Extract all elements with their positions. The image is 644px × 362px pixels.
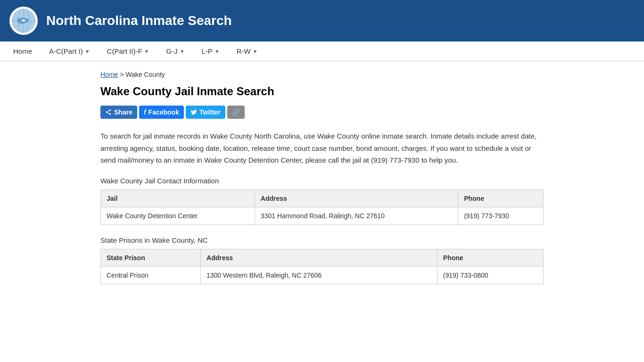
table-row: Wake County Detention Center 3301 Hammon…: [101, 207, 544, 224]
svg-point-8: [109, 113, 111, 115]
prison-section-label: State Prisons in Wake County, NC: [100, 236, 544, 244]
nav-home[interactable]: Home: [5, 41, 41, 61]
link-icon: 🔗: [232, 108, 240, 116]
facebook-icon: f: [144, 108, 146, 116]
facebook-button[interactable]: f Facebook: [139, 106, 184, 119]
main-content: Home > Wake County Wake County Jail Inma…: [86, 61, 558, 305]
prison-col-address: Address: [201, 249, 438, 266]
nav-gj[interactable]: G-J ▼: [157, 41, 193, 61]
jail-col-address: Address: [255, 189, 458, 207]
prison-col-phone: Phone: [437, 249, 543, 266]
share-icon: [105, 109, 112, 115]
nav-lp-chevron: ▼: [215, 49, 220, 54]
nav-gj-chevron: ▼: [180, 49, 185, 54]
svg-line-9: [107, 113, 109, 114]
jail-name-cell: Wake County Detention Center: [101, 207, 255, 224]
breadcrumb: Home > Wake County: [100, 71, 544, 78]
nav-ac[interactable]: A-C(Part I) ▼: [41, 41, 99, 61]
nav-ac-chevron: ▼: [85, 49, 90, 54]
svg-line-10: [107, 111, 109, 112]
social-share-bar: Share f Facebook Twitter 🔗: [100, 106, 544, 119]
header: ★ North Carolina Inmate Search: [0, 0, 644, 41]
prison-phone-cell: (919) 733-0800: [437, 266, 543, 284]
site-title: North Carolina Inmate Search: [46, 13, 232, 28]
main-nav: Home A-C(Part I) ▼ C(Part II)-F ▼ G-J ▼ …: [0, 41, 644, 61]
jail-table: Jail Address Phone Wake County Detention…: [100, 189, 544, 225]
description-text: To search for jail inmate records in Wak…: [100, 130, 544, 166]
jail-section-label: Wake County Jail Contact Information: [100, 177, 544, 185]
jail-col-phone: Phone: [458, 189, 544, 207]
breadcrumb-current: Wake County: [125, 71, 165, 78]
site-logo: ★: [9, 7, 38, 35]
nav-rw-chevron: ▼: [253, 49, 258, 54]
nav-cf-chevron: ▼: [144, 49, 149, 54]
page-title: Wake County Jail Inmate Search: [100, 85, 544, 98]
breadcrumb-separator: >: [120, 71, 125, 78]
svg-point-7: [106, 111, 108, 113]
copy-link-button[interactable]: 🔗: [227, 106, 245, 119]
svg-point-6: [109, 109, 111, 111]
share-button[interactable]: Share: [100, 106, 137, 119]
jail-address-cell: 3301 Hammond Road, Raleigh, NC 27610: [255, 207, 458, 224]
prison-address-cell: 1300 Western Blvd, Raleigh, NC 27606: [201, 266, 438, 284]
jail-phone-cell: (919) 773-7930: [458, 207, 544, 224]
nav-rw[interactable]: R-W ▼: [228, 41, 266, 61]
breadcrumb-home-link[interactable]: Home: [100, 71, 118, 78]
nav-cf[interactable]: C(Part II)-F ▼: [99, 41, 158, 61]
prison-name-cell: Central Prison: [101, 266, 201, 284]
prison-col-prison: State Prison: [101, 249, 201, 266]
twitter-icon: [190, 109, 197, 115]
jail-col-jail: Jail: [101, 189, 255, 207]
prison-table: State Prison Address Phone Central Priso…: [100, 249, 544, 284]
nav-lp[interactable]: L-P ▼: [193, 41, 228, 61]
table-row: Central Prison 1300 Western Blvd, Raleig…: [101, 266, 544, 284]
twitter-button[interactable]: Twitter: [186, 106, 225, 119]
